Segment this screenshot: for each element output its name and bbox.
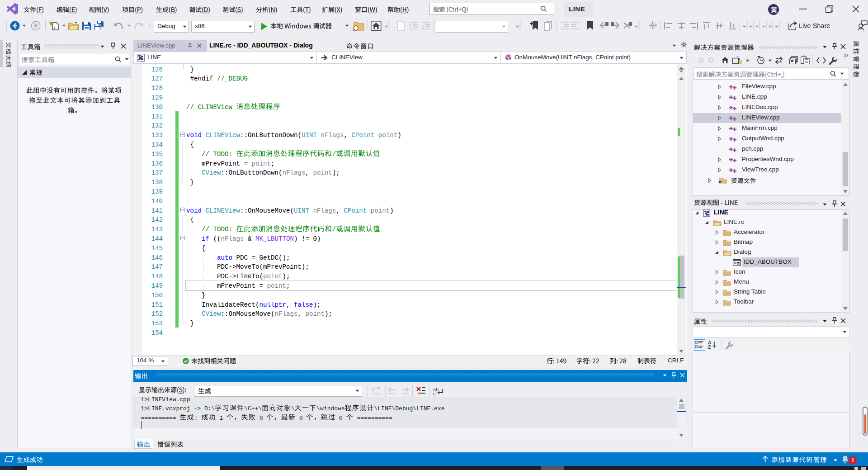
svg-text:2: 2 <box>421 24 424 29</box>
svg-text:Z: Z <box>708 345 711 350</box>
svg-text:c: c <box>433 391 436 395</box>
